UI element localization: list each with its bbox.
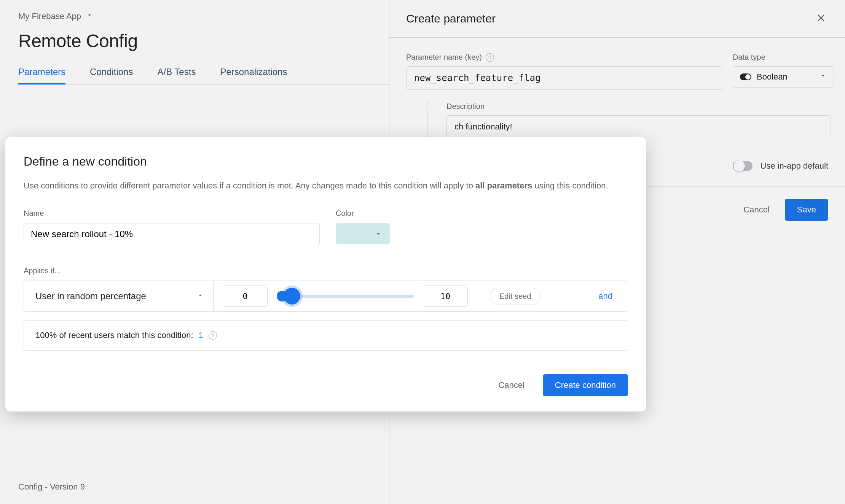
dialog-title: Define a new condition [24,155,628,169]
define-condition-dialog: Define a new condition Use conditions to… [5,137,646,411]
edit-seed-button[interactable]: Edit seed [490,288,540,305]
slider-thumb-max[interactable] [284,288,300,305]
dialog-subtitle-pre: Use conditions to provide different para… [24,181,475,190]
rule-type-select[interactable]: User in random percentage [24,281,214,311]
condition-rule-row: User in random percentage Edit seed and [24,281,628,312]
applies-if-label: Applies if... [24,266,628,275]
cancel-button[interactable]: Cancel [498,380,524,390]
condition-color-label: Color [336,209,390,218]
dialog-footer: Cancel Create condition [24,374,628,396]
dialog-subtitle-bold: all parameters [475,181,532,190]
match-count: 1 [199,330,203,340]
dialog-subtitle-post: using this condition. [532,181,608,190]
condition-color-group: Color [336,209,390,245]
condition-color-select[interactable] [336,223,390,244]
condition-name-group: Name [24,209,320,245]
create-condition-button[interactable]: Create condition [543,374,628,396]
rule-type-value: User in random percentage [35,291,146,301]
match-text: 100% of recent users match this conditio… [35,330,193,340]
condition-name-label: Name [24,209,320,218]
percentage-slider[interactable] [277,295,414,298]
add-and-clause[interactable]: and [598,291,612,301]
condition-name-input[interactable] [24,223,320,245]
chevron-down-icon [196,291,204,301]
percentage-min-input[interactable] [223,285,268,307]
help-icon[interactable]: ? [209,331,217,340]
percentage-max-input[interactable] [423,285,468,307]
match-summary: 100% of recent users match this conditio… [24,320,628,351]
dialog-subtitle: Use conditions to provide different para… [24,179,610,192]
